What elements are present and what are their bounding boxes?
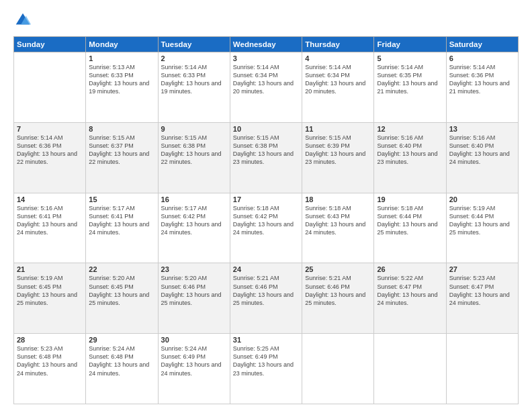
day-info: Sunrise: 5:16 AM Sunset: 6:41 PM Dayligh… <box>17 204 83 237</box>
logo-icon <box>13 11 32 30</box>
day-number: 2 <box>161 54 227 62</box>
calendar-cell: 30Sunrise: 5:24 AM Sunset: 6:49 PM Dayli… <box>158 334 230 404</box>
day-info: Sunrise: 5:14 AM Sunset: 6:34 PM Dayligh… <box>305 63 371 96</box>
day-number: 8 <box>89 125 154 133</box>
day-info: Sunrise: 5:14 AM Sunset: 6:36 PM Dayligh… <box>17 134 83 167</box>
day-info: Sunrise: 5:14 AM Sunset: 6:33 PM Dayligh… <box>161 63 227 96</box>
day-number: 14 <box>17 195 83 203</box>
calendar-cell: 21Sunrise: 5:19 AM Sunset: 6:45 PM Dayli… <box>14 263 86 334</box>
calendar-cell: 25Sunrise: 5:21 AM Sunset: 6:46 PM Dayli… <box>302 263 374 334</box>
day-info: Sunrise: 5:18 AM Sunset: 6:44 PM Dayligh… <box>377 204 443 237</box>
calendar-cell: 8Sunrise: 5:15 AM Sunset: 6:37 PM Daylig… <box>86 122 158 193</box>
day-number: 28 <box>17 336 83 344</box>
day-info: Sunrise: 5:23 AM Sunset: 6:47 PM Dayligh… <box>449 274 515 307</box>
day-number: 15 <box>89 195 154 203</box>
day-number: 9 <box>161 125 227 133</box>
day-number: 3 <box>233 54 299 62</box>
calendar-header-saturday: Saturday <box>446 37 518 52</box>
day-info: Sunrise: 5:21 AM Sunset: 6:46 PM Dayligh… <box>305 274 371 307</box>
calendar-cell: 4Sunrise: 5:14 AM Sunset: 6:34 PM Daylig… <box>302 52 374 123</box>
day-info: Sunrise: 5:25 AM Sunset: 6:49 PM Dayligh… <box>233 345 299 377</box>
calendar-cell: 18Sunrise: 5:18 AM Sunset: 6:43 PM Dayli… <box>302 193 374 263</box>
day-number: 13 <box>449 125 515 133</box>
calendar-header-tuesday: Tuesday <box>158 37 230 52</box>
day-number: 6 <box>449 54 515 62</box>
day-number: 19 <box>377 195 443 203</box>
calendar-cell: 2Sunrise: 5:14 AM Sunset: 6:33 PM Daylig… <box>158 52 230 123</box>
day-info: Sunrise: 5:15 AM Sunset: 6:39 PM Dayligh… <box>305 134 371 167</box>
calendar-header-monday: Monday <box>86 37 158 52</box>
calendar-cell: 3Sunrise: 5:14 AM Sunset: 6:34 PM Daylig… <box>230 52 302 123</box>
day-info: Sunrise: 5:13 AM Sunset: 6:33 PM Dayligh… <box>89 63 154 96</box>
calendar-cell: 5Sunrise: 5:14 AM Sunset: 6:35 PM Daylig… <box>374 52 446 123</box>
day-number: 22 <box>89 265 154 273</box>
calendar: SundayMondayTuesdayWednesdayThursdayFrid… <box>13 36 519 404</box>
page: SundayMondayTuesdayWednesdayThursdayFrid… <box>0 0 532 411</box>
day-info: Sunrise: 5:20 AM Sunset: 6:46 PM Dayligh… <box>161 274 227 307</box>
day-number: 26 <box>377 265 443 273</box>
calendar-cell: 31Sunrise: 5:25 AM Sunset: 6:49 PM Dayli… <box>230 334 302 404</box>
day-info: Sunrise: 5:18 AM Sunset: 6:42 PM Dayligh… <box>233 204 299 237</box>
logo <box>13 11 35 30</box>
calendar-cell: 27Sunrise: 5:23 AM Sunset: 6:47 PM Dayli… <box>446 263 518 334</box>
calendar-cell <box>446 334 518 404</box>
day-number: 23 <box>161 265 227 273</box>
day-info: Sunrise: 5:24 AM Sunset: 6:48 PM Dayligh… <box>89 345 154 377</box>
day-number: 4 <box>305 54 371 62</box>
calendar-cell: 19Sunrise: 5:18 AM Sunset: 6:44 PM Dayli… <box>374 193 446 263</box>
calendar-cell <box>374 334 446 404</box>
day-number: 24 <box>233 265 299 273</box>
calendar-cell: 13Sunrise: 5:16 AM Sunset: 6:40 PM Dayli… <box>446 122 518 193</box>
day-info: Sunrise: 5:14 AM Sunset: 6:36 PM Dayligh… <box>449 63 515 96</box>
day-number: 10 <box>233 125 299 133</box>
calendar-week-2: 7Sunrise: 5:14 AM Sunset: 6:36 PM Daylig… <box>14 122 519 193</box>
calendar-cell: 14Sunrise: 5:16 AM Sunset: 6:41 PM Dayli… <box>14 193 86 263</box>
day-number: 21 <box>17 265 83 273</box>
day-number: 16 <box>161 195 227 203</box>
day-info: Sunrise: 5:18 AM Sunset: 6:43 PM Dayligh… <box>305 204 371 237</box>
day-info: Sunrise: 5:16 AM Sunset: 6:40 PM Dayligh… <box>449 134 515 167</box>
calendar-cell: 22Sunrise: 5:20 AM Sunset: 6:45 PM Dayli… <box>86 263 158 334</box>
calendar-cell: 23Sunrise: 5:20 AM Sunset: 6:46 PM Dayli… <box>158 263 230 334</box>
day-info: Sunrise: 5:19 AM Sunset: 6:45 PM Dayligh… <box>17 274 83 307</box>
calendar-header-wednesday: Wednesday <box>230 37 302 52</box>
day-number: 18 <box>305 195 371 203</box>
day-info: Sunrise: 5:19 AM Sunset: 6:44 PM Dayligh… <box>449 204 515 237</box>
calendar-cell: 6Sunrise: 5:14 AM Sunset: 6:36 PM Daylig… <box>446 52 518 123</box>
calendar-cell: 29Sunrise: 5:24 AM Sunset: 6:48 PM Dayli… <box>86 334 158 404</box>
calendar-week-5: 28Sunrise: 5:23 AM Sunset: 6:48 PM Dayli… <box>14 334 519 404</box>
calendar-header-row: SundayMondayTuesdayWednesdayThursdayFrid… <box>14 37 519 52</box>
calendar-cell: 24Sunrise: 5:21 AM Sunset: 6:46 PM Dayli… <box>230 263 302 334</box>
day-info: Sunrise: 5:15 AM Sunset: 6:38 PM Dayligh… <box>233 134 299 167</box>
calendar-cell: 28Sunrise: 5:23 AM Sunset: 6:48 PM Dayli… <box>14 334 86 404</box>
day-number: 1 <box>89 54 154 62</box>
calendar-cell: 26Sunrise: 5:22 AM Sunset: 6:47 PM Dayli… <box>374 263 446 334</box>
header <box>13 11 519 30</box>
day-number: 7 <box>17 125 83 133</box>
day-info: Sunrise: 5:24 AM Sunset: 6:49 PM Dayligh… <box>161 345 227 377</box>
day-info: Sunrise: 5:20 AM Sunset: 6:45 PM Dayligh… <box>89 274 154 307</box>
calendar-week-4: 21Sunrise: 5:19 AM Sunset: 6:45 PM Dayli… <box>14 263 519 334</box>
calendar-header-friday: Friday <box>374 37 446 52</box>
day-number: 29 <box>89 336 154 344</box>
day-info: Sunrise: 5:15 AM Sunset: 6:37 PM Dayligh… <box>89 134 154 167</box>
calendar-cell: 16Sunrise: 5:17 AM Sunset: 6:42 PM Dayli… <box>158 193 230 263</box>
calendar-cell: 17Sunrise: 5:18 AM Sunset: 6:42 PM Dayli… <box>230 193 302 263</box>
day-number: 17 <box>233 195 299 203</box>
day-number: 27 <box>449 265 515 273</box>
calendar-cell: 9Sunrise: 5:15 AM Sunset: 6:38 PM Daylig… <box>158 122 230 193</box>
day-info: Sunrise: 5:17 AM Sunset: 6:41 PM Dayligh… <box>89 204 154 237</box>
day-info: Sunrise: 5:16 AM Sunset: 6:40 PM Dayligh… <box>377 134 443 167</box>
day-info: Sunrise: 5:22 AM Sunset: 6:47 PM Dayligh… <box>377 274 443 307</box>
calendar-cell <box>302 334 374 404</box>
calendar-week-1: 1Sunrise: 5:13 AM Sunset: 6:33 PM Daylig… <box>14 52 519 123</box>
day-number: 30 <box>161 336 227 344</box>
calendar-cell: 7Sunrise: 5:14 AM Sunset: 6:36 PM Daylig… <box>14 122 86 193</box>
day-number: 11 <box>305 125 371 133</box>
day-number: 5 <box>377 54 443 62</box>
calendar-header-sunday: Sunday <box>14 37 86 52</box>
calendar-cell: 11Sunrise: 5:15 AM Sunset: 6:39 PM Dayli… <box>302 122 374 193</box>
calendar-cell: 15Sunrise: 5:17 AM Sunset: 6:41 PM Dayli… <box>86 193 158 263</box>
day-number: 31 <box>233 336 299 344</box>
calendar-cell: 10Sunrise: 5:15 AM Sunset: 6:38 PM Dayli… <box>230 122 302 193</box>
